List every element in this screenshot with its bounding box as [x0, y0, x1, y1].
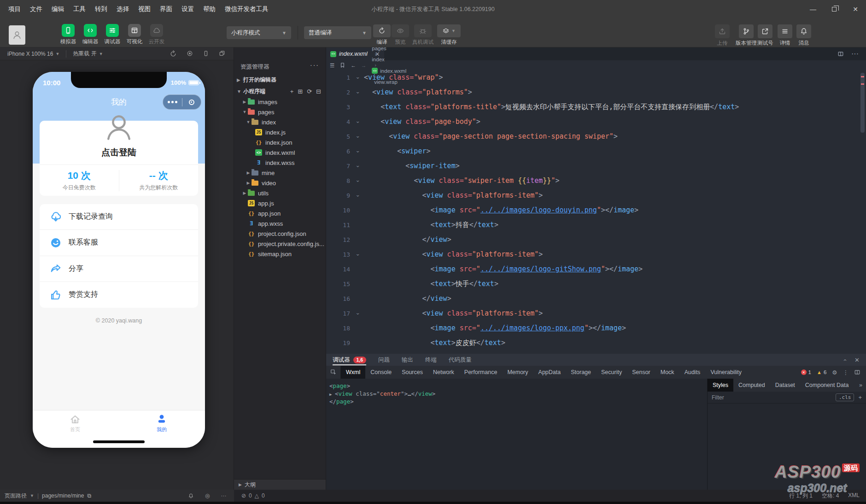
toolbar-button-编辑器[interactable]: 编辑器 [79, 24, 101, 45]
fold-chevron-icon[interactable]: › [352, 188, 364, 203]
hot-reload-toggle[interactable]: 热重载 开 ▼ [73, 50, 103, 58]
status-空格-4[interactable]: 空格: 4 [822, 492, 839, 500]
device-frame-icon[interactable] [203, 50, 209, 58]
tree-item-app-wxss[interactable]: Ǝapp.wxss [234, 218, 326, 229]
menu-项目[interactable]: 项目 [4, 0, 25, 18]
menu-微信开发者工具[interactable]: 微信开发者工具 [220, 0, 273, 18]
collapse-panel-icon[interactable]: › [843, 357, 845, 363]
menu-row-联系客服[interactable]: 联系客服 [40, 230, 198, 256]
filter-input[interactable]: Filter [712, 394, 724, 401]
menu-row-赞赏支持[interactable]: 赞赏支持 [40, 282, 198, 308]
action-详情[interactable]: 详情 [778, 24, 792, 47]
tree-item-video[interactable]: ▶video [234, 178, 326, 188]
tree-item-index-wxml[interactable]: <>index.wxml [234, 147, 326, 158]
menu-编辑[interactable]: 编辑 [47, 0, 69, 18]
tree-item-index-wxss[interactable]: Ǝindex.wxss [234, 158, 326, 168]
fold-chevron-icon[interactable]: › [352, 129, 364, 144]
login-button[interactable]: 点击登陆 [40, 147, 198, 158]
styles-tab-styles[interactable]: Styles [708, 379, 733, 392]
bookmark-icon[interactable] [339, 62, 345, 68]
devtools-tab-storage[interactable]: Storage [566, 366, 596, 379]
devtools-tab-network[interactable]: Network [428, 366, 459, 379]
tree-item-app-js[interactable]: JSapp.js [234, 198, 326, 208]
status-xml[interactable]: XML [848, 492, 860, 500]
action-版本管理[interactable]: 版本管理 [736, 24, 757, 47]
device-select[interactable]: iPhone X 100% 16 ▼ [7, 51, 59, 57]
action-清缓存[interactable]: ▼清缓存 [437, 24, 461, 46]
menu-帮助[interactable]: 帮助 [199, 0, 220, 18]
debugger-tab-问题[interactable]: 问题 [378, 354, 390, 366]
close-button[interactable]: ✕ [845, 0, 866, 18]
fold-chevron-icon[interactable]: › [352, 70, 364, 85]
fold-chevron-icon[interactable]: › [352, 173, 364, 188]
debugger-tab-输出[interactable]: 输出 [402, 354, 413, 366]
debugger-tab-代码质量[interactable]: 代码质量 [449, 354, 472, 366]
devtools-tab-security[interactable]: Security [596, 366, 627, 379]
fold-chevron-icon[interactable]: › [352, 158, 364, 174]
tree-item-sitemap-json[interactable]: {}sitemap.json [234, 249, 326, 259]
toolbar-button-可视化[interactable]: 可视化 [123, 24, 146, 45]
record-icon[interactable] [187, 50, 193, 58]
tree-item-index-js[interactable]: JSindex.js [234, 127, 326, 137]
dom-node-1[interactable]: ▶<view class="center">…</view> [329, 390, 707, 398]
user-avatar[interactable] [9, 25, 25, 45]
notification-bell-icon[interactable] [188, 493, 194, 499]
refresh-icon[interactable] [170, 50, 177, 58]
more-options-icon[interactable]: ⋮ [843, 369, 849, 376]
breadcrumb-pages[interactable]: pages [372, 46, 406, 51]
tree-item-index-json[interactable]: {}index.json [234, 137, 326, 147]
devtools-tab-mock[interactable]: Mock [655, 366, 679, 379]
avatar-placeholder-icon[interactable] [103, 111, 135, 144]
menu-文件[interactable]: 文件 [25, 0, 47, 18]
restore-button[interactable] [824, 0, 845, 18]
capsule-menu[interactable] [163, 94, 201, 110]
section-project-root[interactable]: ▼ 小程序端 + ⊞ ⟳ ⊟ [234, 86, 326, 97]
minimize-button[interactable]: — [802, 0, 824, 18]
page-path-label[interactable]: 页面路径 [5, 492, 27, 500]
wxml-dom-tree[interactable]: <page>▶<view class="center">…</view></pa… [326, 379, 707, 490]
tree-item-pages[interactable]: ▼pages [234, 107, 326, 117]
devtools-tab-sources[interactable]: Sources [397, 366, 428, 379]
tree-item-project-config-json[interactable]: {}project.config.json [234, 229, 326, 239]
dock-side-icon[interactable] [854, 369, 860, 375]
refresh-icon[interactable]: ⟳ [307, 88, 312, 95]
action-预览[interactable]: 预览 [392, 24, 409, 46]
phone-tab-我的[interactable]: 我的 [143, 413, 180, 433]
more-dots-icon[interactable] [163, 101, 182, 103]
devtools-tab-performance[interactable]: Performance [459, 366, 503, 379]
more-actions-icon[interactable]: ··· [851, 50, 859, 58]
add-style-icon[interactable]: + [858, 394, 862, 401]
action-编译[interactable]: 编译 [373, 24, 391, 46]
phone-tab-首页[interactable]: 首页 [57, 413, 94, 433]
preview-eye-icon[interactable]: ◎ [205, 492, 210, 499]
fold-chevron-icon[interactable]: › [352, 114, 364, 129]
nav-forward-icon[interactable]: → [361, 63, 367, 68]
action-真机调试[interactable]: 真机调试 [412, 24, 433, 46]
more-tabs-icon[interactable]: » [859, 382, 866, 388]
menu-转到[interactable]: 转到 [90, 0, 112, 18]
fold-chevron-icon[interactable]: › [352, 306, 364, 321]
menu-工具[interactable]: 工具 [69, 0, 90, 18]
cls-button[interactable]: .cls [836, 393, 854, 401]
problems-summary[interactable]: ⊘ 0 △ 0 [241, 492, 265, 499]
split-editor-icon[interactable] [837, 51, 844, 57]
styles-tab-component-data[interactable]: Component Data [800, 379, 854, 392]
nav-back-icon[interactable]: ← [351, 63, 356, 68]
exit-circle-icon[interactable] [182, 100, 201, 105]
more-icon[interactable]: ··· [221, 492, 226, 499]
action-测试号[interactable]: 测试号 [757, 24, 773, 47]
menu-视图[interactable]: 视图 [134, 0, 155, 18]
close-panel-icon[interactable]: ✕ [854, 357, 860, 363]
explorer-more-icon[interactable]: ··· [310, 61, 319, 69]
toolbar-button-云开发[interactable]: 云开发 [146, 24, 168, 45]
breadcrumb-index[interactable]: index [372, 57, 406, 62]
tree-item-images[interactable]: ▶images [234, 97, 326, 107]
multi-window-icon[interactable] [219, 50, 225, 58]
devtools-tab-appdata[interactable]: AppData [533, 366, 566, 379]
outline-list-icon[interactable]: ☰ [330, 62, 334, 69]
inspect-element-icon[interactable] [326, 366, 341, 379]
outline-section[interactable]: ▶ 大纲 [234, 479, 326, 490]
dom-node-0[interactable]: <page> [329, 382, 707, 390]
tree-item-utils[interactable]: ▶utils [234, 188, 326, 198]
settings-gear-icon[interactable]: ⚙ [832, 369, 837, 376]
